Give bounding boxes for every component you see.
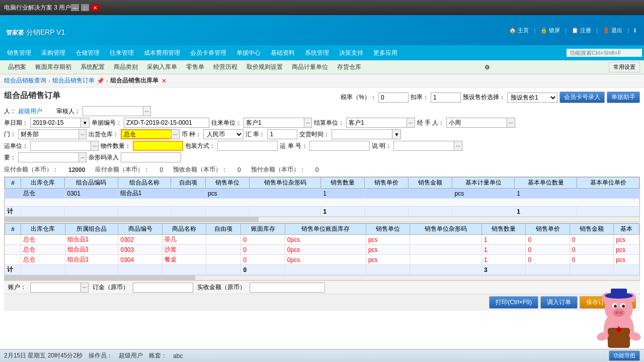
subnav-purchase-in[interactable]: 采购入库单 — [143, 61, 181, 73]
nav-system[interactable]: 系统管理 — [300, 47, 334, 59]
subnav-history[interactable]: 经营历程 — [209, 61, 242, 73]
partner-input[interactable] — [244, 118, 304, 128]
sub-table-scrollbar[interactable] — [5, 275, 639, 280]
sub-table-container: # 出库仓库 所属组合品 商品编号 商品名称 自由项 账面库存 销售单位账面库存… — [4, 223, 640, 281]
print-btn[interactable]: 打印(Ctrl+F9) — [489, 296, 538, 309]
order-amount-input[interactable] — [133, 283, 193, 293]
subnav-price[interactable]: 取价规则设置 — [243, 61, 287, 73]
nav-cost[interactable]: 成本费用管理 — [139, 47, 185, 59]
help-btn[interactable]: 单据助手 — [607, 92, 640, 103]
table-row-empty — [5, 199, 639, 207]
warehouse-input[interactable] — [121, 129, 171, 139]
subnav-retail[interactable]: 零售单 — [182, 61, 208, 73]
date-input[interactable] — [30, 118, 80, 128]
subnav-account-init[interactable]: 账面库存期初 — [31, 61, 75, 73]
nav-purchase[interactable]: 采购管理 — [36, 47, 70, 59]
nav-basic[interactable]: 基础资料 — [266, 47, 300, 59]
pack-input[interactable] — [217, 141, 278, 151]
settings-btn[interactable]: 常用设置 — [609, 62, 640, 72]
handler-browse-btn[interactable]: ··· — [507, 118, 515, 128]
nav-sales[interactable]: 销售管理 — [2, 47, 36, 59]
exit-link[interactable]: 🚪 退出 — [601, 27, 624, 34]
top-action-btns: 税率（%）： 扣率： 预设售价选择： 预设售价1 会员卡号录入 单据助手 — [341, 92, 640, 103]
breadcrumb-item-1[interactable]: 组合品销售订单 — [52, 76, 95, 85]
subnav-product[interactable]: 品档案 — [4, 61, 30, 73]
item-count-input[interactable] — [133, 141, 183, 151]
partner-browse-btn[interactable]: ··· — [304, 118, 312, 128]
currency-select[interactable]: 人民币 — [203, 129, 244, 139]
remark-input-group: ··· — [393, 141, 462, 151]
sub-table: # 出库仓库 所属组合品 商品编号 商品名称 自由项 账面库存 销售单位账面库存… — [5, 223, 639, 275]
actual-amount-input[interactable] — [250, 283, 325, 293]
ship-browse-btn[interactable]: ··· — [91, 141, 99, 151]
info-link[interactable]: ℹ — [632, 27, 638, 34]
price-select-label: 预设售价选择： — [463, 93, 505, 102]
register-link[interactable]: 📋 注册 — [570, 27, 593, 34]
price-select[interactable]: 预设售价1 — [507, 93, 557, 103]
account-input[interactable] — [30, 283, 80, 293]
date-label: 单日期： — [4, 119, 28, 127]
breadcrumb-item-0[interactable]: 组合品销板查询 — [4, 76, 46, 85]
user-label: 人： — [4, 107, 16, 116]
ship-no-input[interactable] — [309, 141, 370, 151]
exchange-input[interactable] — [267, 129, 297, 139]
subnav-uom[interactable]: 商品计量单位 — [288, 61, 332, 73]
tax-rate-input[interactable] — [378, 93, 409, 103]
call-order-btn[interactable]: 调入订单 — [540, 296, 578, 309]
subnav-config[interactable]: 系统配置 — [76, 61, 109, 73]
date-browse-btn[interactable]: ▼ — [80, 118, 90, 128]
subnav-warehouse[interactable]: 存货仓库 — [333, 61, 365, 73]
review-browse-btn[interactable]: ··· — [143, 106, 151, 116]
sub-col-code: 商品编号 — [118, 224, 162, 235]
minimize-btn[interactable]: — — [71, 4, 79, 11]
nav-more[interactable]: 更多应用 — [368, 47, 403, 59]
warehouse-browse-btn[interactable]: ··· — [171, 129, 179, 139]
lock-link[interactable]: 🔒 锁屏 — [538, 27, 562, 34]
barcode-input[interactable] — [121, 152, 181, 162]
account-browse-btn[interactable]: ··· — [80, 283, 89, 293]
close-btn[interactable]: ✕ — [91, 4, 99, 11]
table-row[interactable]: 总仓 0301 组合品1 pcs 1 pcs 1 — [5, 189, 639, 199]
col-warehouse: 出库仓库 — [21, 177, 65, 189]
settlement-browse-btn[interactable]: ··· — [407, 118, 415, 128]
breadcrumb-close-btn[interactable]: ✕ — [162, 77, 167, 84]
discount-input[interactable] — [431, 93, 461, 103]
order-no-input[interactable] — [124, 118, 209, 128]
remark-browse-btn[interactable]: ··· — [454, 141, 462, 151]
trading-time-input[interactable] — [332, 129, 392, 139]
member-card-btn[interactable]: 会员卡号录入 — [559, 92, 605, 103]
function-map-btn[interactable]: 功能导图 — [609, 350, 640, 361]
handler-input[interactable] — [446, 118, 507, 128]
nav-transaction[interactable]: 往来管理 — [105, 47, 139, 59]
handler-label: 经 手 人： — [417, 119, 445, 127]
nav-member[interactable]: 会员卡券管理 — [185, 47, 231, 59]
exchange-label: 汇 率： — [246, 130, 265, 139]
dept-input[interactable] — [18, 129, 78, 139]
ship-input[interactable] — [30, 141, 91, 151]
col-free: 自由项 — [171, 177, 206, 189]
sub-table-row[interactable]: 总仓 组合品1 0302 茶几 0 0pcs pcs 1 0 0 pcs — [5, 235, 639, 245]
status-operator-value: 超级用户 — [119, 351, 143, 360]
nav-decision[interactable]: 决策支持 — [334, 47, 368, 59]
form-row-5: 要： ··· 杂形码录入 — [4, 152, 640, 162]
maximize-btn[interactable]: □ — [81, 4, 89, 11]
require-browse-btn[interactable]: ··· — [78, 152, 87, 162]
sub-table-row[interactable]: 总仓 组合品1 0303 沙发 0 0pcs pcs 1 0 0 pcs — [5, 245, 639, 255]
remark-input[interactable] — [393, 141, 454, 151]
nav-warehouse[interactable]: 仓储管理 — [70, 47, 105, 59]
sub-col-unit-stock: 销售单位账面库存 — [285, 224, 366, 235]
home-link[interactable]: 🏠 主页 — [507, 27, 531, 34]
nav-voucher[interactable]: 单据中心 — [231, 47, 266, 59]
nav-search-input[interactable] — [567, 49, 642, 57]
subnav-category[interactable]: 商品类别 — [110, 61, 142, 73]
main-table-container: # 出库仓库 组合品编码 组合品名称 自由项 销售单位 销售单位杂形码 销售数量… — [4, 176, 640, 222]
main-table-scrollbar[interactable] — [5, 217, 639, 222]
sub-table-row[interactable]: 总仓 组合品1 0304 餐桌 0 0pcs pcs 1 0 0 pcs — [5, 255, 639, 265]
require-input[interactable] — [18, 152, 78, 162]
sub-col-stock: 账面库存 — [241, 224, 285, 235]
review-input[interactable] — [83, 106, 143, 116]
dept-browse-btn[interactable]: ··· — [78, 129, 87, 139]
trading-time-browse-btn[interactable]: ▼ — [392, 129, 401, 139]
settlement-input[interactable] — [346, 118, 407, 128]
page-content: 组合品销售订单 税率（%）： 扣率： 预设售价选择： 预设售价1 会员卡号录入 … — [0, 87, 644, 349]
